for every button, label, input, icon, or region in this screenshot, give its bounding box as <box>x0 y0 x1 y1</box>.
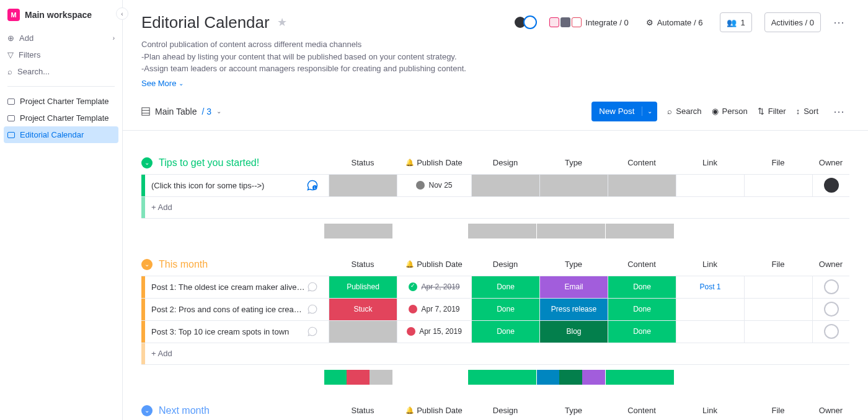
col-content[interactable]: Content <box>608 152 676 174</box>
favorite-star-icon[interactable]: ★ <box>277 15 287 29</box>
col-content[interactable]: Content <box>608 253 676 276</box>
col-design[interactable]: Design <box>471 253 539 276</box>
group-title[interactable]: Next month <box>159 405 210 416</box>
content-cell[interactable] <box>608 175 676 196</box>
col-owner[interactable]: Owner <box>812 152 849 174</box>
type-cell[interactable]: Email <box>539 276 608 298</box>
col-type[interactable]: Type <box>539 253 608 276</box>
owner-cell[interactable] <box>812 299 849 320</box>
design-cell[interactable]: Done <box>471 276 539 298</box>
col-owner[interactable]: Owner <box>812 253 849 276</box>
design-cell[interactable]: Done <box>471 299 539 320</box>
col-file[interactable]: File <box>744 152 812 174</box>
workspace-header[interactable]: M Main workspace <box>0 7 122 30</box>
content-cell[interactable]: Done <box>608 276 676 298</box>
col-file[interactable]: File <box>744 253 812 276</box>
group-collapse-button[interactable]: ⌄ <box>141 157 153 168</box>
chevron-down-icon[interactable]: ⌄ <box>642 108 657 115</box>
sidebar-board-item[interactable]: Editorial Calendar <box>4 126 118 143</box>
chat-icon[interactable]: 1 <box>306 179 319 191</box>
status-cell[interactable]: Stuck <box>329 299 397 320</box>
person-filter-button[interactable]: ◉Person <box>712 107 748 116</box>
sidebar-board-item[interactable]: Project Charter Template <box>0 110 122 126</box>
design-cell[interactable] <box>471 175 539 196</box>
group-collapse-button[interactable]: ⌄ <box>141 405 153 416</box>
col-link[interactable]: Link <box>676 400 744 421</box>
sort-button[interactable]: ↕Sort <box>796 107 818 116</box>
col-publish-date[interactable]: 🔔Publish Date <box>397 253 471 276</box>
members-button[interactable]: 👥1 <box>720 12 751 32</box>
date-cell[interactable]: Apr 7, 2019 <box>397 299 471 320</box>
see-more-button[interactable]: See More⌄ <box>141 79 184 88</box>
file-cell[interactable] <box>744 276 812 298</box>
col-publish-date[interactable]: 🔔Publish Date <box>397 152 471 174</box>
add-row-button[interactable]: + Add <box>141 343 849 365</box>
col-publish-date[interactable]: 🔔Publish Date <box>397 400 471 421</box>
sidebar-add[interactable]: ⊕Add› <box>0 30 122 46</box>
table-row[interactable]: (Click this icon for some tips-->)1 Nov … <box>141 174 849 196</box>
toolbar-more-button[interactable]: ⋯ <box>828 105 849 118</box>
group-title[interactable]: Tips to get you started! <box>159 157 259 168</box>
type-cell[interactable]: Blog <box>539 321 608 343</box>
search-button[interactable]: ⌕Search <box>667 107 701 116</box>
main-table-tab[interactable]: Main Table / 3 ⌄ <box>141 107 221 116</box>
sidebar-board-item[interactable]: Project Charter Template <box>0 93 122 110</box>
design-cell[interactable]: Done <box>471 321 539 343</box>
col-content[interactable]: Content <box>608 400 676 421</box>
new-post-button[interactable]: New Post⌄ <box>591 102 657 121</box>
row-name-cell[interactable]: (Click this icon for some tips-->)1 <box>145 179 329 191</box>
add-row-button[interactable]: + Add <box>141 196 849 219</box>
link-cell[interactable]: Post 1 <box>676 276 744 298</box>
col-type[interactable]: Type <box>539 152 608 174</box>
content-cell[interactable]: Done <box>608 299 676 320</box>
link-text[interactable]: Post 1 <box>699 282 720 291</box>
col-status[interactable]: Status <box>329 152 397 174</box>
date-cell[interactable]: Apr 2, 2019 <box>397 276 471 298</box>
owner-cell[interactable] <box>812 321 849 343</box>
group-collapse-button[interactable]: ⌄ <box>141 259 153 270</box>
col-design[interactable]: Design <box>471 152 539 174</box>
status-cell[interactable]: Published <box>329 276 397 298</box>
type-cell[interactable]: Press release <box>539 299 608 320</box>
col-status[interactable]: Status <box>329 400 397 421</box>
status-cell[interactable] <box>329 321 397 343</box>
owner-cell[interactable] <box>812 276 849 298</box>
file-cell[interactable] <box>744 299 812 320</box>
sidebar-collapse-button[interactable]: ‹ <box>116 7 128 20</box>
link-cell[interactable] <box>676 321 744 343</box>
file-cell[interactable] <box>744 321 812 343</box>
col-type[interactable]: Type <box>539 400 608 421</box>
table-row[interactable]: Post 1: The oldest ice cream maker alive… <box>141 276 849 298</box>
sidebar-filters[interactable]: ▽Filters <box>0 46 122 63</box>
group-title[interactable]: This month <box>159 259 208 270</box>
content-cell[interactable]: Done <box>608 321 676 343</box>
table-row[interactable]: Post 3: Top 10 ice cream spots in town A… <box>141 320 849 343</box>
file-cell[interactable] <box>744 175 812 196</box>
chat-icon[interactable] <box>306 281 319 293</box>
col-design[interactable]: Design <box>471 400 539 421</box>
date-cell[interactable]: Nov 25 <box>397 175 471 196</box>
avatar-stack[interactable] <box>517 15 537 29</box>
date-cell[interactable]: Apr 15, 2019 <box>397 321 471 343</box>
integrate-button[interactable]: Integrate / 0 <box>544 12 633 32</box>
automate-button[interactable]: ⚙Automate / 6 <box>641 12 708 32</box>
activities-button[interactable]: Activities / 0 <box>764 12 821 32</box>
filter-button[interactable]: ⇅Filter <box>758 107 786 116</box>
status-cell[interactable] <box>329 175 397 196</box>
col-file[interactable]: File <box>744 400 812 421</box>
link-cell[interactable] <box>676 175 744 196</box>
sidebar-search[interactable]: ⌕Search... <box>0 63 122 80</box>
row-name-cell[interactable]: Post 3: Top 10 ice cream spots in town <box>145 325 329 338</box>
row-name-cell[interactable]: Post 2: Pros and cons of eating ice crea… <box>145 303 329 315</box>
col-owner[interactable]: Owner <box>812 400 849 421</box>
col-link[interactable]: Link <box>676 152 744 174</box>
more-options-button[interactable]: ⋯ <box>828 15 849 29</box>
table-row[interactable]: Post 2: Pros and cons of eating ice crea… <box>141 298 849 320</box>
owner-cell[interactable] <box>812 175 849 196</box>
col-link[interactable]: Link <box>676 253 744 276</box>
chat-icon[interactable] <box>306 325 319 338</box>
row-name-cell[interactable]: Post 1: The oldest ice cream maker alive… <box>145 281 329 293</box>
link-cell[interactable] <box>676 299 744 320</box>
col-status[interactable]: Status <box>329 253 397 276</box>
type-cell[interactable] <box>539 175 608 196</box>
